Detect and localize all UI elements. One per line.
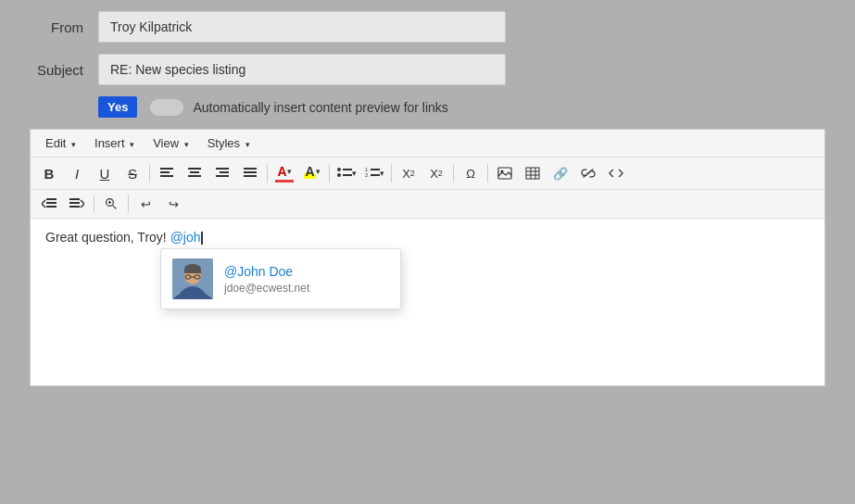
toggle-track[interactable] bbox=[150, 99, 183, 116]
svg-rect-10 bbox=[244, 171, 257, 173]
special-char-button[interactable]: Ω bbox=[458, 161, 484, 185]
align-justify-button[interactable] bbox=[237, 161, 263, 185]
separator-7 bbox=[94, 195, 94, 213]
svg-rect-32 bbox=[69, 198, 80, 200]
svg-rect-29 bbox=[46, 198, 57, 200]
underline-button[interactable]: U bbox=[92, 161, 118, 185]
align-right-button[interactable] bbox=[209, 161, 235, 185]
svg-rect-5 bbox=[188, 175, 201, 177]
indent-button[interactable] bbox=[64, 192, 90, 216]
italic-button[interactable]: I bbox=[64, 161, 90, 185]
align-left-button[interactable] bbox=[154, 161, 180, 185]
unordered-list-button[interactable]: ▾ bbox=[333, 161, 359, 185]
toggle-description: Automatically insert content preview for… bbox=[193, 100, 447, 115]
john-doe-name: @John Doe bbox=[224, 264, 309, 279]
menu-edit[interactable]: Edit ▾ bbox=[38, 133, 83, 153]
subscript-button[interactable]: X2 bbox=[396, 161, 421, 185]
svg-rect-11 bbox=[244, 175, 257, 177]
insert-link-button[interactable]: 🔗 bbox=[547, 161, 573, 185]
svg-rect-42 bbox=[184, 269, 201, 273]
menu-styles[interactable]: Styles ▾ bbox=[200, 133, 258, 153]
john-doe-avatar bbox=[172, 258, 213, 299]
toggle-button[interactable]: Yes bbox=[98, 96, 137, 118]
menu-view[interactable]: View ▾ bbox=[145, 133, 196, 153]
editor-content-text: Great question, Troy! bbox=[45, 230, 170, 245]
svg-rect-17 bbox=[371, 169, 380, 170]
svg-rect-30 bbox=[46, 202, 57, 204]
svg-rect-2 bbox=[160, 175, 173, 177]
subject-row: Subject bbox=[15, 54, 840, 85]
format-bar-row1: B I U S bbox=[31, 158, 824, 190]
svg-rect-15 bbox=[343, 174, 352, 176]
undo-button[interactable]: ↩ bbox=[132, 192, 158, 216]
outdent-button[interactable] bbox=[36, 192, 62, 216]
svg-point-14 bbox=[337, 173, 341, 177]
svg-line-36 bbox=[113, 206, 117, 209]
svg-rect-33 bbox=[69, 202, 80, 204]
subject-input[interactable] bbox=[98, 54, 506, 85]
source-button[interactable] bbox=[603, 161, 629, 185]
unlink-button[interactable] bbox=[575, 161, 601, 185]
separator-6 bbox=[487, 164, 488, 183]
svg-rect-8 bbox=[216, 175, 229, 177]
format-bar-row2: ↩ ↪ bbox=[31, 190, 824, 219]
svg-line-28 bbox=[584, 169, 594, 177]
svg-rect-7 bbox=[220, 171, 229, 173]
svg-text:2.: 2. bbox=[365, 172, 370, 178]
from-input[interactable] bbox=[98, 11, 506, 43]
svg-rect-0 bbox=[160, 168, 173, 170]
autocomplete-item-john[interactable]: @John Doe jdoe@ecwest.net bbox=[161, 249, 400, 309]
superscript-button[interactable]: X2 bbox=[423, 161, 449, 185]
email-form: From Subject Yes Automatically insert co… bbox=[0, 0, 855, 397]
find-replace-button[interactable] bbox=[98, 192, 124, 216]
autocomplete-dropdown: @John Doe jdoe@ecwest.net bbox=[160, 248, 401, 309]
separator-5 bbox=[453, 164, 454, 183]
insert-table-button[interactable] bbox=[520, 161, 546, 185]
redo-button[interactable]: ↪ bbox=[160, 192, 186, 216]
ordered-list-button[interactable]: 1. 2. ▾ bbox=[361, 161, 387, 185]
separator-2 bbox=[267, 164, 268, 183]
menu-bar: Edit ▾ Insert ▾ View ▾ Styles ▾ bbox=[31, 130, 824, 158]
align-center-button[interactable] bbox=[182, 161, 207, 185]
svg-rect-3 bbox=[188, 168, 201, 170]
svg-rect-13 bbox=[343, 169, 352, 170]
editor-container: Edit ▾ Insert ▾ View ▾ Styles ▾ B I U S bbox=[30, 129, 825, 386]
editor-body[interactable]: Great question, Troy! @joh bbox=[31, 219, 824, 385]
menu-insert[interactable]: Insert ▾ bbox=[87, 133, 142, 153]
svg-rect-9 bbox=[244, 168, 257, 170]
svg-point-12 bbox=[337, 168, 341, 171]
svg-rect-22 bbox=[526, 168, 539, 179]
svg-rect-31 bbox=[46, 206, 57, 208]
separator-1 bbox=[149, 164, 150, 183]
font-color-button[interactable]: A ▾ bbox=[271, 161, 297, 185]
editor-cursor bbox=[201, 232, 203, 245]
svg-rect-6 bbox=[216, 168, 229, 170]
strikethrough-button[interactable]: S bbox=[119, 161, 145, 185]
from-label: From bbox=[15, 19, 98, 35]
svg-rect-19 bbox=[371, 174, 380, 176]
john-doe-info: @John Doe jdoe@ecwest.net bbox=[224, 264, 309, 295]
separator-8 bbox=[128, 195, 129, 213]
bold-button[interactable]: B bbox=[36, 161, 62, 185]
insert-image-button[interactable] bbox=[492, 161, 518, 185]
svg-rect-4 bbox=[190, 171, 199, 173]
subject-label: Subject bbox=[15, 62, 98, 78]
toggle-row: Yes Automatically insert content preview… bbox=[98, 96, 840, 118]
separator-3 bbox=[329, 164, 330, 183]
svg-rect-34 bbox=[69, 206, 80, 208]
john-doe-email: jdoe@ecwest.net bbox=[224, 282, 309, 295]
highlight-button[interactable]: A ▾ bbox=[299, 161, 325, 185]
separator-4 bbox=[391, 164, 392, 183]
editor-mention: @joh bbox=[170, 230, 201, 245]
svg-rect-1 bbox=[160, 171, 170, 173]
from-row: From bbox=[15, 11, 840, 43]
